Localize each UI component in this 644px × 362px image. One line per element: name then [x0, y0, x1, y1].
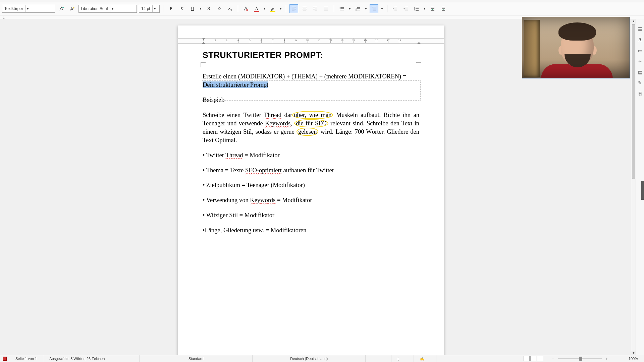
- modified-indicator-icon[interactable]: [3, 357, 7, 361]
- line-spacing-dropdown[interactable]: ▼: [423, 5, 426, 13]
- zoom-slider[interactable]: [558, 358, 602, 359]
- style-inspector-icon[interactable]: ✎: [637, 80, 643, 86]
- zoom-slider-knob[interactable]: [579, 357, 582, 361]
- ruler-number: 16: [375, 39, 378, 42]
- separator: [334, 5, 334, 12]
- chevron-down-icon[interactable]: ▼: [25, 5, 30, 12]
- multi-page-view-button[interactable]: [530, 356, 536, 361]
- clear-formatting-button[interactable]: [241, 4, 250, 13]
- scroll-track[interactable]: [631, 23, 636, 351]
- chevron-down-icon[interactable]: ▼: [152, 5, 157, 12]
- zoom-percent-text: 100%: [629, 357, 638, 361]
- page-content[interactable]: STRUKTURIERTER PROMPT: Erstelle einen (M…: [178, 25, 444, 255]
- status-signature[interactable]: ✍: [414, 355, 436, 362]
- subscript-button[interactable]: X2: [226, 4, 234, 13]
- bullet-5: • Witziger Stil = Modifikator: [203, 211, 419, 220]
- status-language[interactable]: Deutsch (Deutschland): [253, 355, 366, 362]
- outline-list-button[interactable]: [370, 4, 378, 13]
- right-indent-marker[interactable]: [417, 42, 421, 44]
- zoom-in-button[interactable]: +: [604, 357, 609, 361]
- zoom-percent[interactable]: 100%: [615, 355, 644, 362]
- font-name-value: Liberation Serif: [79, 6, 110, 11]
- webcam-overlay: [522, 17, 630, 78]
- bullet-1: • Twitter Thread = Modifikator: [203, 151, 419, 160]
- font-color-dropdown[interactable]: ▼: [263, 5, 266, 13]
- font-name-combo[interactable]: Liberation Serif ▼: [78, 5, 137, 13]
- highlight-color-dropdown[interactable]: ▼: [279, 5, 282, 13]
- bullet-list-dropdown[interactable]: ▼: [348, 5, 352, 13]
- increase-indent-button[interactable]: [391, 4, 399, 13]
- paragraph-style-combo[interactable]: Textkörper ▼: [2, 5, 55, 13]
- ruler-number: 14: [352, 39, 355, 42]
- font-size-combo[interactable]: 14 pt ▼: [139, 5, 160, 13]
- increase-para-spacing-button[interactable]: [428, 4, 437, 13]
- scroll-thumb[interactable]: [632, 24, 635, 179]
- ruler-number: 13: [340, 39, 343, 42]
- underline-dropdown[interactable]: ▼: [199, 5, 202, 13]
- chevron-down-icon[interactable]: ▼: [110, 5, 115, 12]
- spellcheck-seo: SEO-optimiert: [245, 167, 282, 174]
- status-page-style[interactable]: Standard: [140, 355, 253, 362]
- numbered-list-button[interactable]: 123: [354, 4, 362, 13]
- heading: STRUKTURIERTER PROMPT:: [203, 50, 419, 61]
- vertical-scrollbar[interactable]: ▲ ▼: [631, 19, 636, 355]
- separator: [163, 5, 163, 12]
- book-view-button[interactable]: [537, 356, 543, 361]
- ruler-number: 1: [203, 39, 204, 42]
- manage-changes-icon[interactable]: ⎘: [637, 90, 643, 97]
- status-insert-mode[interactable]: [366, 355, 391, 362]
- page-icon[interactable]: ▤: [637, 69, 643, 75]
- highlight-color-button[interactable]: [268, 4, 277, 13]
- status-selection-mode[interactable]: ▯: [391, 355, 414, 362]
- formatting-toolbar: Textkörper ▼ Liberation Serif ▼ 14 pt ▼ …: [0, 2, 644, 15]
- properties-icon[interactable]: ☰: [637, 26, 643, 32]
- ruler-number: 9: [295, 39, 297, 42]
- paragraph-beispiel: Beispiel:: [203, 96, 419, 104]
- align-center-button[interactable]: [300, 4, 309, 13]
- separator: [387, 5, 387, 12]
- ruler-number: 4: [237, 39, 239, 42]
- new-style-button[interactable]: [68, 4, 76, 13]
- annotation-highlight-1: über, wie man: [292, 111, 333, 119]
- align-right-button[interactable]: [311, 4, 320, 13]
- ruler-number: 7: [272, 39, 273, 42]
- scroll-up-arrow[interactable]: ▲: [631, 19, 636, 23]
- underline-button[interactable]: U: [188, 4, 197, 13]
- superscript-button[interactable]: X2: [215, 4, 224, 13]
- single-page-view-button[interactable]: [524, 356, 530, 361]
- spellcheck-keywords: Keywords: [265, 120, 290, 127]
- selected-text[interactable]: Dein strukturierter Prompt: [203, 81, 268, 88]
- status-selection[interactable]: Ausgewählt: 3 Wörter, 26 Zeichen: [43, 355, 140, 362]
- ruler-number: 3: [226, 39, 227, 42]
- strikethrough-button[interactable]: S: [204, 4, 213, 13]
- outline-list-dropdown[interactable]: ▼: [380, 5, 384, 13]
- bold-button[interactable]: F: [167, 4, 175, 13]
- status-language-text: Deutsch (Deutschland): [290, 357, 328, 361]
- svg-point-1: [340, 7, 341, 8]
- navigator-icon[interactable]: ✧: [637, 58, 643, 64]
- line-spacing-button[interactable]: [412, 4, 421, 13]
- bullet-list-button[interactable]: [337, 4, 346, 13]
- italic-button[interactable]: K: [177, 4, 186, 13]
- bullet-6: •Länge, Gliederung usw. = Modifikatoren: [203, 226, 419, 235]
- decrease-para-spacing-button[interactable]: [439, 4, 448, 13]
- document-page[interactable]: STRUKTURIERTER PROMPT: Erstelle einen (M…: [178, 25, 444, 355]
- numbered-list-dropdown[interactable]: ▼: [364, 5, 368, 13]
- styles-icon[interactable]: A: [637, 37, 643, 43]
- menubar-strip: [0, 0, 644, 2]
- zoom-out-button[interactable]: −: [551, 357, 555, 361]
- scroll-down-arrow[interactable]: ▼: [631, 351, 636, 355]
- ruler-number: 2: [214, 39, 216, 42]
- font-color-button[interactable]: A: [252, 4, 261, 13]
- gallery-icon[interactable]: ▭: [637, 48, 643, 54]
- status-page[interactable]: Seite 1 von 1: [9, 355, 43, 362]
- svg-point-0: [62, 7, 64, 8]
- separator: [286, 5, 286, 12]
- sidebar-expand-nub[interactable]: [641, 181, 644, 200]
- update-style-button[interactable]: [57, 4, 66, 13]
- bullet-2: • Thema = Texte SEO-optimiert aufbauen f…: [203, 166, 419, 175]
- align-justify-button[interactable]: [322, 4, 330, 13]
- align-left-button[interactable]: [289, 4, 298, 13]
- horizontal-ruler[interactable]: 123456789101112131415161718: [178, 38, 444, 44]
- decrease-indent-button[interactable]: [401, 4, 410, 13]
